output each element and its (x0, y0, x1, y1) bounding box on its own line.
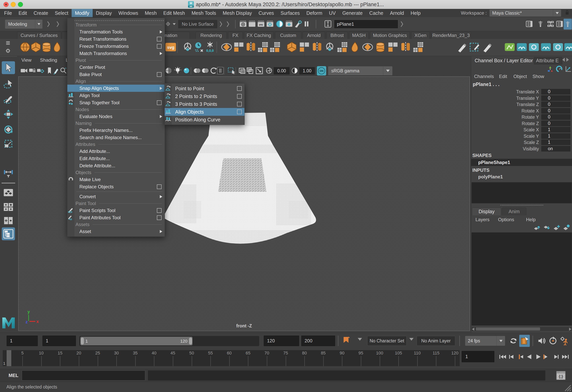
group-expand-icon[interactable] (56, 21, 63, 28)
shelf-item-green-r[interactable] (504, 41, 515, 53)
move-tool[interactable] (2, 108, 15, 121)
panel-menu-shading[interactable]: Shading (36, 57, 62, 64)
channel-value[interactable]: 1 (541, 127, 571, 132)
channel-value[interactable]: 0 (541, 121, 571, 126)
menu-create[interactable]: Create (30, 9, 51, 17)
gamma-icon[interactable] (291, 67, 298, 74)
shelf-tab-curves-surfaces[interactable]: Curves / Surfaces (17, 32, 61, 39)
menu-select[interactable]: Select (51, 9, 71, 17)
viewport-cursorbox-icon[interactable] (228, 67, 236, 75)
shelf-item-diamond-o[interactable] (221, 41, 232, 53)
viewport-two-ball-icon[interactable] (193, 67, 201, 75)
menu-item-search-and-replace-names-[interactable]: Search and Replace Names... (67, 134, 165, 141)
rotate-tool[interactable] (2, 123, 15, 136)
tab-attribute-editor[interactable]: Attribute E (534, 57, 562, 64)
shelf-tab-rendering[interactable]: Rendering (196, 32, 227, 39)
option-box-icon[interactable] (157, 215, 161, 220)
shelf-item-wheel[interactable] (182, 41, 193, 53)
step-forward-key-button[interactable] (543, 351, 552, 362)
menu-arnold[interactable]: Arnold (386, 9, 407, 17)
paint-select-tool[interactable] (2, 93, 15, 106)
layer-menu-layers[interactable]: Layers (476, 217, 490, 223)
modeling-toolkit-icon[interactable] (525, 20, 533, 28)
viewport-bulb-icon[interactable] (174, 67, 182, 75)
select-tool[interactable] (2, 61, 15, 74)
shelf-item-svg-box[interactable]: svg (165, 41, 176, 53)
shelf-item-sqrs[interactable] (233, 41, 244, 53)
channel-value[interactable]: 0 (541, 95, 571, 101)
playback-end-field[interactable]: 120 (264, 336, 299, 346)
menu-curves[interactable]: Curves (255, 9, 277, 17)
horizontal-scrollbar[interactable] (472, 327, 572, 331)
menu-help[interactable]: Help (407, 9, 424, 17)
menu-item-edit-attribute-[interactable]: Edit Attribute... (67, 155, 165, 162)
range-slider-bar[interactable]: 1120 (80, 337, 192, 345)
shelf-item-pencil-w[interactable] (456, 41, 468, 53)
audio-icon[interactable] (537, 336, 546, 346)
command-line-mode[interactable]: MEL (9, 373, 18, 378)
range-handle-left[interactable] (81, 338, 84, 345)
workspace-selector[interactable]: Maya Classic* (490, 10, 561, 16)
shelf-item-poly-o[interactable] (286, 41, 297, 53)
character-set-menu-icon[interactable] (358, 338, 362, 341)
scale-tool[interactable] (2, 137, 15, 150)
render-frame-icon[interactable] (248, 20, 256, 28)
menu-item-align-tool[interactable]: Align Tool (67, 92, 165, 99)
tab-channel-box[interactable]: Channel Box / Layer Editor (475, 58, 533, 64)
menu-mesh[interactable]: Mesh (142, 9, 160, 17)
viewport-ball-teal-icon[interactable] (183, 67, 190, 75)
menu-item-add-attribute-[interactable]: Add Attribute... (67, 148, 165, 155)
anim-layer-field[interactable]: No Anim Layer (417, 336, 455, 346)
viewport-c-circle-icon[interactable] (209, 67, 217, 75)
viewport-pane2-icon[interactable] (246, 67, 254, 75)
tool-settings-icon[interactable] (556, 20, 563, 28)
exposure-field[interactable]: 0.00 (274, 67, 290, 75)
menu-surfaces[interactable]: Surfaces (277, 9, 303, 17)
range-handle-right[interactable] (189, 338, 192, 345)
resize-grip[interactable] (563, 384, 571, 392)
menu-modify[interactable]: Modify (72, 9, 93, 17)
shelf-tab-mash[interactable]: MASH (349, 32, 369, 39)
menu-display[interactable]: Display (93, 9, 115, 17)
shelf-item-mirror[interactable] (311, 41, 323, 53)
submenu-item-align-objects[interactable]: Align Objects (165, 108, 244, 116)
scroll-right-icon[interactable] (569, 328, 572, 331)
option-box-icon[interactable] (157, 72, 161, 77)
manipulator-icon[interactable] (547, 65, 554, 73)
scroll-left-icon[interactable] (472, 328, 474, 331)
speed-icon[interactable] (556, 65, 563, 73)
menu-deform[interactable]: Deform (303, 9, 326, 17)
channel-box-menu-edit[interactable]: Edit (499, 74, 507, 79)
submenu-item-3-points-to-3-points[interactable]: 3 Points to 3 Points (165, 100, 244, 108)
lasso-select-tool[interactable] (2, 78, 15, 91)
shelf-tab-motion-graphics[interactable]: Motion Graphics (370, 32, 410, 39)
shelf-item-teal-r1[interactable] (540, 41, 552, 53)
shelf-item-wheel[interactable] (324, 41, 335, 53)
view-transform-selector[interactable]: sRGB gamma (328, 66, 392, 75)
menu-cache[interactable]: Cache (366, 9, 386, 17)
menu-item-transformation-tools[interactable]: Transformation Tools (67, 28, 165, 35)
channel-box-icon[interactable] (564, 19, 572, 30)
viewport-vgear-icon[interactable] (37, 67, 44, 75)
new-layer-from-selected-icon[interactable] (563, 224, 570, 231)
viewport-sphere-check-icon[interactable] (165, 67, 173, 75)
menu-item-delete-attribute-[interactable]: Delete Attribute... (67, 162, 165, 169)
attribute-editor-icon[interactable] (547, 20, 554, 28)
menu-generate[interactable]: Generate (339, 9, 366, 17)
submenu-item-2-points-to-2-points[interactable]: 2 Points to 2 Points (165, 93, 244, 100)
group-expand-icon[interactable] (47, 21, 54, 28)
play-backwards-button[interactable] (525, 351, 534, 362)
animation-preferences-icon[interactable] (559, 336, 570, 346)
shelf-item-grids[interactable] (257, 41, 269, 53)
viewport-vlock-icon[interactable] (28, 67, 36, 75)
option-box-icon[interactable] (237, 110, 242, 114)
render-settings-icon[interactable] (266, 20, 274, 28)
new-empty-layer-icon[interactable] (553, 224, 560, 231)
shelf-tab-renderman-23-3[interactable]: RenderMan_23_3 (431, 32, 471, 39)
menu-item-reset-transformations[interactable]: Reset Transformations (67, 35, 165, 43)
menu-item-match-transformations[interactable]: Match Transformations (67, 50, 165, 57)
layout-two-pane[interactable] (2, 214, 15, 227)
menu-edit[interactable]: Edit (15, 9, 30, 17)
shelf-item-teal-r2[interactable] (552, 41, 564, 53)
shelf-item-mirror[interactable] (400, 41, 411, 53)
